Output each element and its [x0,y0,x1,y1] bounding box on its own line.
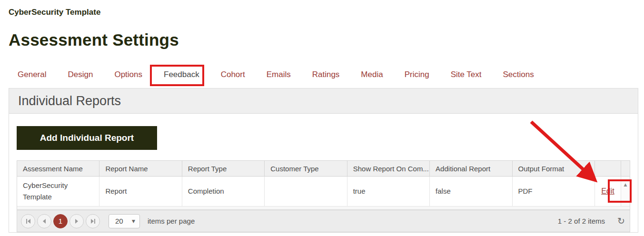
cell-show-report: true [347,177,430,206]
tab-options[interactable]: Options [114,70,142,79]
page-title: Assessment Settings [9,30,638,49]
pager-range-info: 1 - 2 of 2 items [558,217,605,225]
individual-reports-grid: Assessment Name Report Name Report Type … [17,160,630,232]
page-size-value: 20 [115,217,123,225]
table-row-partial [17,206,630,210]
page-size-dropdown[interactable]: 20 ▼ [109,214,140,228]
page-1-button[interactable]: 1 [53,214,68,228]
tab-design[interactable]: Design [68,70,93,79]
grid-header-row: Assessment Name Report Name Report Type … [17,161,630,177]
assessment-settings-page: CyberSecurity Template Assessment Settin… [0,0,644,233]
last-page-button[interactable] [86,214,100,228]
first-page-icon [26,219,27,224]
column-header-report-type[interactable]: Report Type [182,161,265,176]
cell-actions: Edit [595,177,621,206]
cell-output-format: PDF [513,177,595,206]
tab-feedback[interactable]: Feedback [164,70,199,79]
grid-vertical-scrollbar[interactable]: ▲ [621,177,630,206]
column-header-actions [595,161,621,176]
items-per-page-label: items per page [148,217,195,225]
tab-sections[interactable]: Sections [503,70,534,79]
individual-reports-panel: Individual Reports Add Individual Report… [9,88,638,233]
column-header-additional-report[interactable]: Additional Report [430,161,512,176]
panel-title: Individual Reports [9,88,638,114]
cell-customer-type [265,177,347,206]
tab-emails[interactable]: Emails [267,70,291,79]
add-individual-report-button[interactable]: Add Individual Report [17,126,157,150]
previous-page-icon [43,219,46,224]
first-page-button[interactable] [21,214,35,228]
last-page-icon [91,219,94,224]
panel-body: Add Individual Report Assessment Name Re… [9,114,638,232]
tab-cohort[interactable]: Cohort [221,70,245,79]
previous-page-button[interactable] [37,214,51,228]
cell-additional-report: false [430,177,512,206]
tab-site-text[interactable]: Site Text [451,70,482,79]
edit-link[interactable]: Edit [601,186,614,197]
cell-report-name: Report [99,177,182,206]
tab-media[interactable]: Media [361,70,383,79]
next-page-button[interactable] [69,214,84,228]
column-header-assessment-name[interactable]: Assessment Name [17,161,99,176]
table-row: CyberSecurity Template Report Completion… [17,177,630,206]
chevron-down-icon: ▼ [132,219,135,224]
scroll-up-icon[interactable]: ▲ [624,179,627,190]
cell-assessment-name: CyberSecurity Template [17,177,99,206]
column-header-scroll-filler [621,161,630,176]
cell-report-type: Completion [182,177,265,206]
column-header-show-report[interactable]: Show Report On Com... [347,161,430,176]
column-header-output-format[interactable]: Output Format [513,161,595,176]
template-breadcrumb-title: CyberSecurity Template [9,8,638,17]
tab-general[interactable]: General [18,70,46,79]
grid-pager: 1 20 ▼ items per page 1 - 2 of 2 items ↻ [17,210,630,232]
settings-tab-strip: General Design Options Feedback Cohort E… [18,66,638,84]
column-header-report-name[interactable]: Report Name [99,161,182,176]
tab-ratings[interactable]: Ratings [312,70,340,79]
refresh-icon[interactable]: ↻ [617,216,625,226]
column-header-customer-type[interactable]: Customer Type [265,161,347,176]
next-page-icon [75,219,78,224]
tab-pricing[interactable]: Pricing [405,70,429,79]
